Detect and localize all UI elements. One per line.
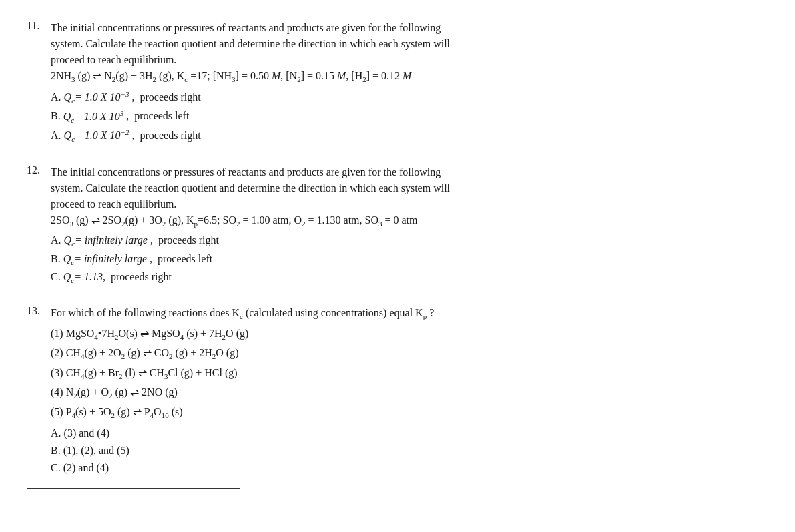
- q12-answer-a: A. Qc= infinitely large , proceeds right: [51, 232, 768, 250]
- q13-reactions: (1) MgSO4•7H2O(s) ⇌ MgSO4 (s) + 7H2O (g)…: [51, 325, 768, 477]
- q13-reaction-3: (3) CH4(g) + Br2 (l) ⇌ CH3Cl (g) + HCl (…: [51, 364, 768, 382]
- q13-answer-c: C. (2) and (4): [51, 459, 768, 477]
- question-12: 12. The initial concentrations or pressu…: [27, 164, 768, 287]
- q12-text: The initial concentrations or pressures …: [51, 164, 450, 230]
- q11-answer-a1: A. Qc= 1.0 X 10−3 , proceeds right: [51, 88, 768, 107]
- q13-answer-a: A. (3) and (4): [51, 425, 768, 442]
- q12-answer-c: C. Qc= 1.13, proceeds right: [51, 268, 768, 286]
- q12-answer-b: B. Qc= infinitely large , proceeds left: [51, 250, 768, 268]
- q11-answer-b: B. Qc= 1.0 X 103 , proceeds left: [51, 107, 768, 126]
- q13-reaction-1: (1) MgSO4•7H2O(s) ⇌ MgSO4 (s) + 7H2O (g): [51, 325, 768, 343]
- bottom-divider: [27, 488, 240, 489]
- q12-number: 12.: [27, 164, 45, 230]
- q11-number: 11.: [27, 20, 45, 85]
- question-11: 11. The initial concentrations or pressu…: [27, 20, 768, 146]
- q13-reaction-4: (4) N2(g) + O2 (g) ⇌ 2NO (g): [51, 384, 768, 402]
- q11-text: The initial concentrations or pressures …: [51, 20, 450, 85]
- q11-answers: A. Qc= 1.0 X 10−3 , proceeds right B. Qc…: [51, 88, 768, 146]
- q11-answer-a2: A. Qc= 1.0 X 10−2 , proceeds right: [51, 126, 768, 146]
- q13-number: 13.: [27, 305, 45, 322]
- q13-answer-b: B. (1), (2), and (5): [51, 442, 768, 459]
- q13-reaction-5: (5) P4(s) + 5O2 (g) ⇌ P4O10 (s): [51, 403, 768, 421]
- q12-answers: A. Qc= infinitely large , proceeds right…: [51, 232, 768, 286]
- q13-reaction-2: (2) CH4(g) + 2O2 (g) ⇌ CO2 (g) + 2H2O (g…: [51, 344, 768, 362]
- q13-text: For which of the following reactions doe…: [51, 305, 434, 322]
- question-13: 13. For which of the following reactions…: [27, 305, 768, 489]
